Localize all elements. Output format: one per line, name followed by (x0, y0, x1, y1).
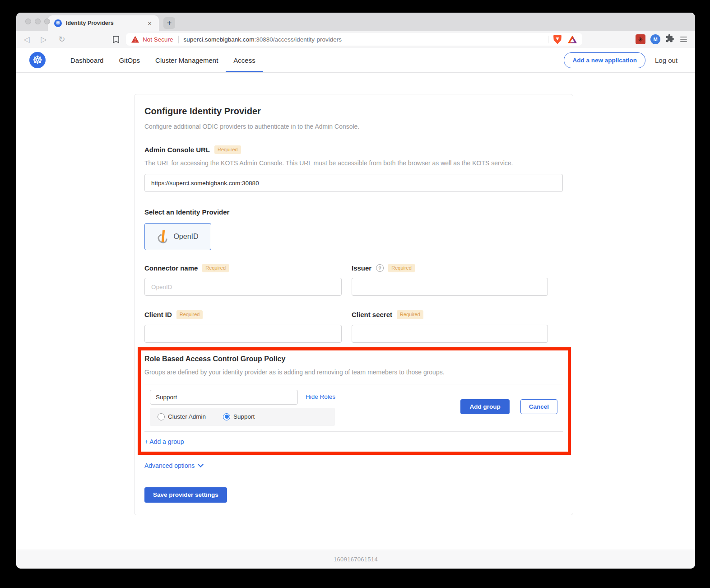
issuer-help-icon[interactable]: ? (376, 264, 384, 272)
save-provider-settings-button[interactable]: Save provider settings (144, 487, 227, 503)
select-identity-provider-label: Select an Identity Provider (144, 208, 229, 216)
client-id-input[interactable] (144, 325, 342, 343)
tab-bar: ☸ Identity Providers × + (16, 13, 695, 31)
reload-icon[interactable]: ↻ (56, 31, 68, 48)
required-badge: Required (388, 264, 415, 272)
url-separator (548, 36, 548, 43)
app-nav: ☸ Dashboard GitOps Cluster Management Ac… (16, 48, 695, 73)
browser-window: ☸ Identity Providers × + ◁ ▷ ↻ ! Not Sec… (16, 13, 695, 569)
forward-icon[interactable]: ▷ (38, 31, 50, 48)
openid-provider-option[interactable]: OpenID (144, 223, 211, 250)
required-badge: Required (214, 145, 241, 154)
required-badge: Required (397, 310, 423, 319)
brave-shield-icon[interactable] (553, 35, 562, 44)
hide-roles-link[interactable]: Hide Roles (306, 393, 335, 400)
cancel-button[interactable]: Cancel (520, 399, 557, 414)
issuer-input[interactable] (352, 278, 548, 296)
required-badge: Required (176, 310, 203, 319)
browser-tab[interactable]: ☸ Identity Providers × (48, 15, 159, 31)
tab-title: Identity Providers (66, 20, 142, 26)
address-bar[interactable]: ! Not Secure superci.somebigbank.com :30… (126, 33, 582, 46)
red-extension-icon[interactable]: ✳ (636, 34, 645, 44)
nav-item-cluster-management[interactable]: Cluster Management (148, 48, 226, 72)
admin-console-url-input[interactable] (144, 174, 563, 192)
advanced-options-toggle[interactable]: Advanced options (144, 462, 563, 469)
url-path: :30880/access/identity-providers (254, 36, 342, 43)
kubernetes-logo-icon: ☸ (29, 52, 46, 68)
extensions-puzzle-icon[interactable] (665, 34, 674, 45)
window-controls (25, 19, 50, 24)
add-new-application-button[interactable]: Add a new application (564, 52, 645, 68)
not-secure-warning-icon: ! (131, 36, 139, 43)
page-title: Configure Identity Provider (144, 106, 563, 117)
page-subtitle: Configure additional ODIC providers to a… (144, 123, 563, 130)
browser-toolbar: ◁ ▷ ↻ ! Not Secure superci.somebigbank.c… (16, 31, 695, 48)
rbac-section-title: Role Based Access Control Group Policy (144, 355, 563, 363)
chevron-down-icon (198, 462, 204, 467)
tab-close-icon[interactable]: × (146, 19, 153, 28)
connector-name-label: Connector name (144, 264, 198, 272)
role-label: Cluster Admin (168, 413, 206, 420)
add-group-button[interactable]: Add group (460, 399, 509, 414)
add-a-group-link[interactable]: + Add a group (144, 432, 563, 451)
close-window-button[interactable] (25, 19, 31, 24)
nav-item-gitops[interactable]: GitOps (111, 48, 148, 72)
nav-item-access[interactable]: Access (226, 48, 263, 72)
rbac-section-description: Groups are defined by your identity prov… (144, 369, 563, 376)
client-secret-input[interactable] (352, 325, 548, 343)
profile-avatar[interactable]: M (650, 34, 660, 44)
group-name-input[interactable] (150, 390, 298, 405)
annotation-highlight-rbac-section: Role Based Access Control Group Policy G… (138, 347, 571, 455)
admin-console-url-help: The URL for accessing the KOTS Admin Con… (144, 159, 563, 167)
issuer-label: Issuer (352, 264, 371, 272)
bookmark-icon[interactable] (110, 31, 122, 48)
new-tab-button[interactable]: + (163, 17, 175, 29)
back-icon[interactable]: ◁ (21, 31, 32, 48)
role-radio-support[interactable]: Support (223, 413, 255, 420)
radio-selected-icon[interactable] (223, 413, 230, 420)
role-label: Support (233, 413, 255, 420)
kubernetes-favicon-icon: ☸ (54, 19, 62, 27)
connector-name-input[interactable] (144, 278, 342, 296)
identity-provider-card: Configure Identity Provider Configure ad… (134, 94, 573, 515)
not-secure-label: Not Secure (143, 36, 173, 43)
client-id-label: Client ID (144, 311, 172, 318)
advanced-options-label: Advanced options (144, 462, 195, 469)
browser-menu-icon[interactable] (679, 35, 688, 44)
radio-unselected-icon[interactable] (158, 413, 165, 420)
minimize-window-button[interactable] (35, 19, 41, 24)
zoom-window-button[interactable] (44, 19, 50, 24)
page-footer: 1609167061514 (16, 550, 695, 569)
logout-link[interactable]: Log out (655, 56, 678, 64)
role-options-panel: Cluster Admin Support (150, 408, 335, 426)
required-badge: Required (202, 264, 229, 272)
openid-option-label: OpenID (173, 233, 198, 241)
page-content: Configure Identity Provider Configure ad… (16, 73, 695, 550)
footer-timestamp: 1609167061514 (334, 556, 378, 563)
openid-logo-icon (157, 230, 169, 243)
nav-item-dashboard[interactable]: Dashboard (63, 48, 111, 72)
url-host: superci.somebigbank.com (184, 36, 255, 43)
role-radio-cluster-admin[interactable]: Cluster Admin (158, 413, 206, 420)
admin-console-url-label: Admin Console URL (144, 146, 210, 154)
url-separator (178, 36, 179, 43)
bat-rewards-icon[interactable] (568, 36, 577, 43)
client-secret-label: Client secret (352, 311, 392, 318)
